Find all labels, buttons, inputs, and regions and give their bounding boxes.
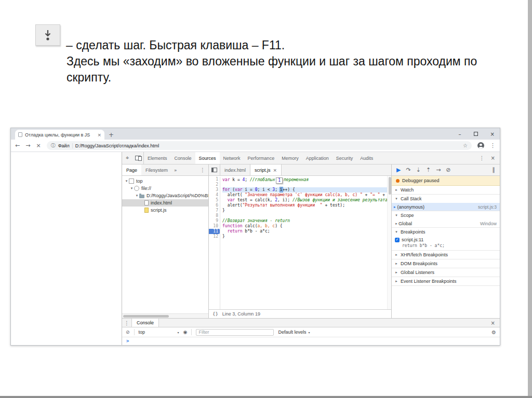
tree-item-d-roggy-javascript-d0-be-d1-82-d0-b-[interactable]: ▾D:/Roggy/JavaScript/%D0%BE%D1%82%D0%B..… bbox=[122, 192, 208, 199]
code-line-9: //Возврат значения - return bbox=[222, 218, 391, 224]
devtools-tab-elements[interactable]: Elements bbox=[144, 152, 171, 164]
clear-console-icon[interactable]: ⊘ bbox=[126, 330, 130, 335]
context-selector[interactable]: top ▾ bbox=[139, 330, 179, 335]
devtools-close-icon[interactable]: × bbox=[491, 155, 495, 161]
editor-tab-index-html[interactable]: index.html bbox=[220, 164, 250, 175]
drawer-tab-console[interactable]: Console bbox=[131, 319, 159, 327]
line-number[interactable]: 8 bbox=[209, 213, 220, 218]
value-popup: 1 bbox=[276, 177, 283, 184]
line-number[interactable]: 2 bbox=[209, 182, 220, 187]
chevron-right-icon: ▸ bbox=[394, 253, 398, 257]
section-event-listener-breakpoints[interactable]: ▸Event Listener Breakpoints bbox=[392, 277, 500, 285]
section-xhr-fetch-breakpoints[interactable]: ▸XHR/fetch Breakpoints bbox=[392, 251, 500, 259]
line-number[interactable]: 3 bbox=[209, 187, 220, 193]
bookmark-star-icon[interactable]: ☆ bbox=[463, 143, 468, 148]
tree-item-top[interactable]: ▾top bbox=[122, 177, 208, 185]
overflow-tabs-icon[interactable]: » bbox=[172, 168, 179, 173]
step-icon[interactable]: → bbox=[436, 167, 441, 173]
line-number[interactable]: 4 bbox=[209, 193, 220, 198]
console-toolbar: ⊘ top ▾ ◉ Default levels ▾ ⚙ bbox=[122, 327, 500, 337]
editor-tab-close-icon[interactable]: × bbox=[273, 168, 277, 173]
navigator-tab-page[interactable]: Page bbox=[122, 164, 141, 175]
console-filter-input[interactable] bbox=[196, 329, 274, 336]
line-number[interactable]: 9 bbox=[209, 218, 220, 224]
new-tab-button[interactable]: + bbox=[104, 130, 118, 140]
window-close-button[interactable]: × bbox=[490, 131, 495, 137]
window-restore-button[interactable] bbox=[474, 132, 478, 136]
browser-tab[interactable]: Отладка циклы, функции в JS × bbox=[15, 130, 104, 140]
console-prompt[interactable]: > bbox=[122, 337, 500, 345]
code-editor[interactable]: 123456789101112 var k = 4; //глобальн1пе… bbox=[209, 176, 391, 309]
line-number[interactable]: 12 bbox=[209, 234, 220, 239]
inspect-element-icon[interactable]: ⌖ bbox=[122, 155, 132, 161]
tree-item-index-html[interactable]: index.html bbox=[122, 199, 208, 207]
tree-item-script-js[interactable]: script.js bbox=[122, 207, 208, 214]
toggle-navigator-icon[interactable] bbox=[209, 164, 220, 175]
debugger-paused-banner: Debugger paused bbox=[392, 176, 500, 186]
info-icon[interactable]: ⓘ bbox=[51, 142, 56, 149]
line-number[interactable]: 7 bbox=[209, 208, 220, 213]
section-global-listeners[interactable]: ▸Global Listeners bbox=[392, 268, 500, 277]
devtools-tab-performance[interactable]: Performance bbox=[244, 152, 278, 164]
section-breakpoints[interactable]: ▾ Breakpoints bbox=[392, 228, 500, 236]
breakpoint-line-number[interactable]: 11 bbox=[209, 229, 220, 234]
step-into-icon[interactable]: ⇣ bbox=[416, 167, 421, 173]
profile-avatar[interactable] bbox=[477, 142, 484, 149]
scrollbar-thumb[interactable] bbox=[389, 177, 391, 195]
tab-close-icon[interactable]: × bbox=[97, 132, 101, 138]
call-stack-frame[interactable]: ▸ (anonymous) script.js:3 bbox=[392, 203, 500, 211]
omnibox[interactable]: ⓘ Файл D:/Roggy/JavaScript/отладка/index… bbox=[47, 141, 472, 150]
console-settings-gear-icon[interactable]: ⚙ bbox=[491, 330, 496, 335]
section-dom-breakpoints[interactable]: ▸DOM Breakpoints bbox=[392, 259, 500, 268]
sources-navigator: Page Filesystem » ⋮ ▾top▾file://▾D:/Rogg… bbox=[122, 164, 209, 318]
section-call-stack[interactable]: ▾ Call Stack bbox=[392, 195, 500, 203]
editor-vscrollbar[interactable] bbox=[387, 176, 391, 309]
section-title: Scope bbox=[401, 213, 414, 218]
pause-on-exceptions-icon[interactable]: ∥ bbox=[493, 167, 496, 173]
resume-icon[interactable]: ▶ bbox=[396, 167, 401, 173]
pretty-print-icon[interactable]: {} bbox=[212, 311, 218, 317]
drawer-menu-icon[interactable]: ⋮ bbox=[122, 320, 131, 326]
forward-button[interactable]: → bbox=[25, 142, 30, 149]
breakpoint-entry[interactable]: ✓ script.js:11 bbox=[392, 236, 500, 243]
devtools-tab-network[interactable]: Network bbox=[220, 152, 244, 164]
drawer-close-icon[interactable]: × bbox=[491, 320, 500, 326]
caption-line-2: Здесь мы «заходим» во вложенные функции … bbox=[66, 54, 477, 68]
live-expression-eye-icon[interactable]: ◉ bbox=[183, 330, 188, 335]
log-levels-selector[interactable]: Default levels ▾ bbox=[278, 330, 310, 335]
window-minimize-button[interactable]: – bbox=[459, 131, 461, 137]
devtools-tab-console[interactable]: Console bbox=[171, 152, 195, 164]
step-over-icon[interactable]: ↷ bbox=[406, 167, 410, 173]
section-watch[interactable]: ▸ Watch bbox=[392, 186, 500, 194]
navigator-hscrollbar[interactable] bbox=[122, 313, 208, 318]
devtools-tab-memory[interactable]: Memory bbox=[278, 152, 302, 164]
device-toolbar-icon[interactable] bbox=[132, 152, 144, 164]
line-number[interactable]: 6 bbox=[209, 203, 220, 208]
editor-tab-script-js[interactable]: script.js × bbox=[250, 164, 282, 175]
line-number-gutter[interactable]: 123456789101112 bbox=[209, 177, 220, 309]
caption-line-1: – сделать шаг. Быстрая клавиша – F11. bbox=[66, 38, 285, 52]
stop-button[interactable]: × bbox=[36, 142, 41, 149]
code-line-12: } bbox=[222, 234, 391, 239]
devtools-tab-sources[interactable]: Sources bbox=[195, 152, 220, 164]
breakpoint-checkbox[interactable]: ✓ bbox=[395, 238, 400, 242]
devtools-tab-application[interactable]: Application bbox=[302, 152, 332, 164]
devtools-menu-icon[interactable]: ⋮ bbox=[480, 155, 485, 161]
devtools-tab-security[interactable]: Security bbox=[332, 152, 357, 164]
scope-global-row[interactable]: ▸ Global Window bbox=[392, 219, 500, 227]
scrollbar-thumb[interactable] bbox=[123, 315, 169, 318]
frame-name: (anonymous) bbox=[397, 204, 425, 210]
page-favicon-icon bbox=[18, 132, 22, 137]
tree-item-file-[interactable]: ▾file:// bbox=[122, 185, 208, 192]
back-button[interactable]: ← bbox=[15, 142, 20, 149]
devtools-tab-audits[interactable]: Audits bbox=[356, 152, 377, 164]
step-out-icon[interactable]: ⇡ bbox=[426, 167, 431, 173]
navigator-tab-filesystem[interactable]: Filesystem bbox=[141, 164, 172, 175]
line-number[interactable]: 10 bbox=[209, 224, 220, 229]
line-number[interactable]: 1 bbox=[209, 177, 220, 182]
navigator-menu-icon[interactable]: ⋮ bbox=[200, 167, 208, 173]
browser-menu-icon[interactable]: ⋮ bbox=[490, 142, 496, 149]
line-number[interactable]: 5 bbox=[209, 198, 220, 203]
deactivate-breakpoints-icon[interactable]: ⊘ bbox=[446, 167, 450, 173]
section-scope[interactable]: ▾ Scope bbox=[392, 211, 500, 219]
